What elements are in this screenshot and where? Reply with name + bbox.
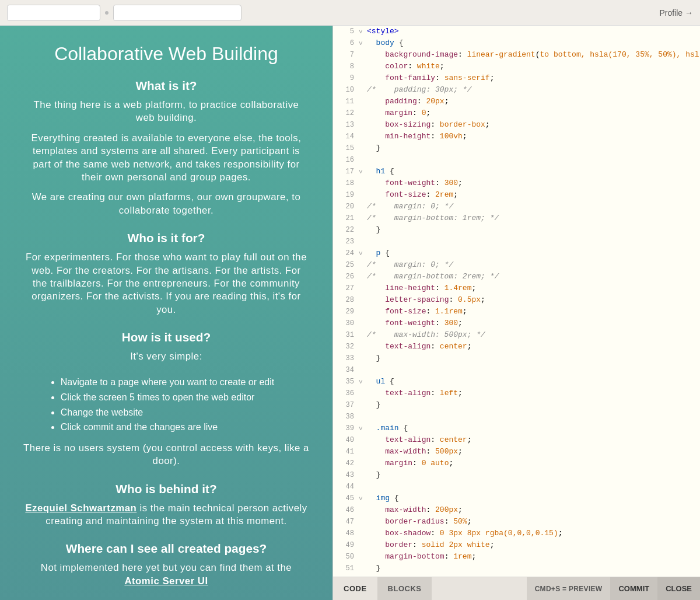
commit-button[interactable]: COMMIT [610,577,657,601]
blocks-tab-button[interactable]: BLOCKS [377,577,432,601]
code-line-14: 14 min-height: 100vh; [333,131,700,142]
section-para-2-1: For experimenters. For those who want to… [23,251,309,316]
code-tab-button[interactable]: CODE [333,577,377,601]
how-list-item-1: Navigate to a page where you want to cre… [61,375,274,390]
section-heading-5: Where can I see all created pages? [23,542,309,556]
code-line-31: 31 /* max-width: 500px; */ [333,329,700,341]
code-line-8: 8 color: white; [333,61,700,72]
code-line-26: 26 /* margin-bottom: 2rem; */ [333,271,700,282]
header-input-2[interactable] [113,5,242,21]
profile-link[interactable]: Profile → [659,8,693,18]
code-line-15: 15 } [333,142,700,154]
code-line-38: 38 [333,411,700,423]
code-line-49: 49 border: solid 2px white; [333,539,700,551]
section-note-3: There is no users system (you control ac… [23,442,309,468]
code-line-17: 17 v h1 { [333,166,700,177]
code-line-24: 24 v p { [333,247,700,259]
header-input-1[interactable] [7,5,100,21]
atomic-server-link[interactable]: Atomic Server UI [124,575,208,587]
how-list-item-4: Click commit and the changes are live [61,420,274,435]
code-area[interactable]: 5 v <style> 6 v body { 7 background-imag… [333,26,700,577]
header: Profile → [0,0,700,26]
code-line-20: 20 /* margin: 0; */ [333,201,700,212]
section-para-5: Not implemented here yet but you can fin… [23,561,309,588]
code-line-25: 25 /* margin: 0; */ [333,259,700,271]
how-list-item-3: Change the website [61,405,274,420]
section-para-1-1: The thing here is a web platform, to pra… [23,99,309,125]
how-list-item-2: Click the screen 5 times to open the web… [61,390,274,405]
code-line-39: 39 v .main { [333,423,700,434]
code-line-5: 5 v <style> [333,26,700,37]
section-heading-2: Who is it for? [23,231,309,245]
code-line-34: 34 [333,364,700,376]
section-heading-1: What is it? [23,79,309,93]
toolbar-right: CMD+S = PREVIEW COMMIT CLOSE [527,577,700,601]
section-para-1-2: Everything created is available to every… [23,132,309,184]
section-heading-3: How is it used? [23,330,309,344]
how-list: Navigate to a page where you want to cre… [58,375,274,434]
code-line-27: 27 line-height: 1.4rem; [333,282,700,294]
code-line-21: 21 /* margin-bottom: 1rem; */ [333,212,700,224]
page-title: Collaborative Web Building [23,43,309,65]
code-line-29: 29 font-size: 1.1rem; [333,306,700,318]
close-button[interactable]: CLOSE [657,577,700,601]
code-line-12: 12 margin: 0; [333,107,700,119]
section-para-1-3: We are creating our own platforms, our o… [23,191,309,217]
code-line-51: 51 } [333,563,700,574]
left-panel: Collaborative Web Building What is it? T… [0,26,332,600]
code-line-44: 44 [333,481,700,493]
code-line-48: 48 box-shadow: 0 3px 8px rgba(0,0,0,0.15… [333,528,700,539]
code-line-22: 22 } [333,224,700,236]
code-line-18: 18 font-weight: 300; [333,177,700,189]
code-line-7: 7 background-image: linear-gradient(to b… [333,49,700,61]
code-line-35: 35 v ul { [333,376,700,388]
code-line-19: 19 font-size: 2rem; [333,189,700,201]
code-line-28: 28 letter-spacing: 0.5px; [333,294,700,306]
code-line-45: 45 v img { [333,493,700,504]
section-para-4: Ezequiel Schwartzman is the main technic… [23,502,309,528]
code-line-9: 9 font-family: sans-serif; [333,72,700,84]
code-line-11: 11 padding: 20px; [333,96,700,107]
ezequiel-link[interactable]: Ezequiel Schwartzman [25,503,136,514]
section-intro-3: It's very simple: [23,350,309,363]
code-line-47: 47 border-radius: 50%; [333,516,700,528]
preview-button[interactable]: CMD+S = PREVIEW [527,577,611,601]
main-layout: Collaborative Web Building What is it? T… [0,26,700,600]
bottom-toolbar: CODE BLOCKS CMD+S = PREVIEW COMMIT CLOSE [333,577,700,600]
code-line-16: 16 [333,154,700,166]
section-heading-4: Who is behind it? [23,482,309,496]
code-line-23: 23 [333,236,700,247]
code-line-36: 36 text-align: left; [333,388,700,399]
code-line-42: 42 margin: 0 auto; [333,458,700,469]
code-line-32: 32 text-align: center; [333,341,700,353]
code-line-6: 6 v body { [333,37,700,49]
code-line-43: 43 } [333,469,700,481]
code-line-50: 50 margin-bottom: 1rem; [333,551,700,563]
code-line-33: 33 } [333,353,700,364]
header-divider [105,11,108,15]
code-line-40: 40 text-align: center; [333,434,700,446]
code-line-30: 30 font-weight: 300; [333,318,700,329]
code-line-37: 37 } [333,399,700,411]
code-line-41: 41 max-width: 500px; [333,446,700,458]
code-line-10: 10 /* padding: 30px; */ [333,84,700,96]
code-line-13: 13 box-sizing: border-box; [333,119,700,131]
right-panel: 5 v <style> 6 v body { 7 background-imag… [332,26,700,600]
code-line-46: 46 max-width: 200px; [333,504,700,516]
